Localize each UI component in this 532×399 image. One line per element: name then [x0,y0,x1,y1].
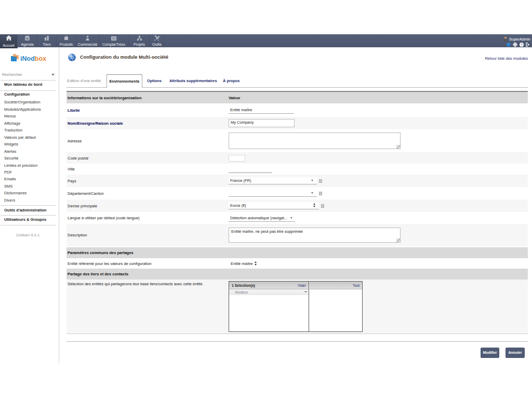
svg-text:?: ? [521,43,523,46]
